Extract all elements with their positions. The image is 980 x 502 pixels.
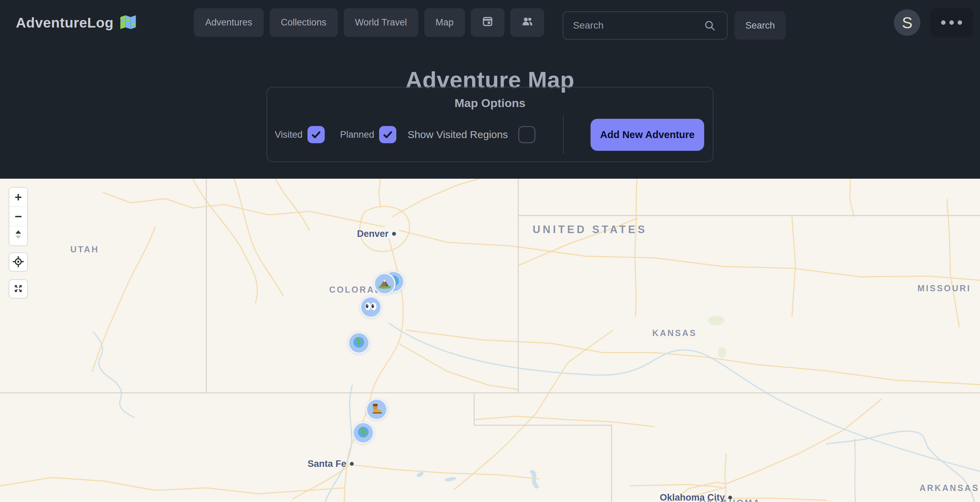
ellipsis-icon	[941, 20, 962, 25]
map-decor-layer	[0, 179, 980, 502]
map-canvas[interactable]: UTAHCOLORADOUNITED STATESKANSASMISSOURIA…	[0, 179, 980, 502]
visited-label: Visited	[275, 129, 303, 140]
city-dot	[392, 232, 396, 236]
map-zoom-controls: + −	[9, 187, 28, 246]
pitch-toggle-button[interactable]	[9, 226, 27, 246]
map-options-title: Map Options	[267, 96, 713, 110]
eyes-emoji-icon	[364, 300, 378, 315]
map-label-missouri: MISSOURI	[917, 283, 971, 293]
calendar-icon	[481, 14, 495, 31]
globe-emoji-icon	[352, 335, 366, 351]
options-divider	[563, 115, 564, 154]
search-submit-button[interactable]: Search	[735, 11, 786, 40]
map-label-united-states: UNITED STATES	[533, 224, 648, 236]
locate-button[interactable]	[9, 253, 28, 272]
pitch-icon	[13, 229, 23, 243]
navbar: AdventureLog Adventures Collections Worl…	[0, 0, 980, 46]
globe-emoji-icon	[356, 425, 370, 440]
plus-icon: +	[14, 190, 22, 205]
map-lakes-group	[415, 316, 726, 489]
adventurelog-app: AdventureLog Adventures Collections Worl…	[0, 0, 980, 502]
globe-marker[interactable]	[348, 332, 370, 354]
city-dot	[350, 462, 354, 466]
eyes-marker[interactable]	[360, 296, 382, 318]
map-options-row: Visited Planned Show Visited Regions Add…	[267, 118, 713, 151]
app-logo[interactable]: AdventureLog	[16, 0, 137, 46]
show-visited-regions-label: Show Visited Regions	[408, 129, 508, 140]
visited-checkbox[interactable]	[307, 126, 325, 143]
planned-checkbox[interactable]	[379, 126, 396, 143]
map-label-oklahoma-city: Oklahoma City	[660, 492, 732, 502]
avatar-initial: S	[902, 13, 913, 32]
zoom-in-button[interactable]: +	[9, 187, 27, 207]
map-emoji-icon	[119, 14, 137, 31]
mountain-marker[interactable]	[374, 273, 396, 295]
boot-emoji-icon	[370, 402, 383, 417]
user-avatar[interactable]: S	[894, 9, 920, 36]
search-input[interactable]	[563, 11, 728, 40]
nav-map-button[interactable]: Map	[424, 8, 465, 37]
map-label-kansas: KANSAS	[652, 328, 697, 338]
map-label-arkansas: ARKANSAS	[920, 483, 979, 493]
mountain-emoji-icon	[378, 276, 391, 291]
globe-marker[interactable]	[352, 422, 374, 444]
map-label-santa-fe: Santa Fe	[307, 459, 354, 469]
app-logo-text: AdventureLog	[16, 15, 114, 31]
fullscreen-button[interactable]	[9, 279, 28, 299]
map-label-utah: UTAH	[70, 245, 99, 254]
nav-button-group: Adventures Collections World Travel Map	[194, 8, 544, 37]
planned-label: Planned	[340, 129, 374, 140]
city-dot	[728, 496, 732, 500]
calendar-button[interactable]	[471, 8, 504, 37]
locate-icon	[13, 256, 24, 268]
add-new-adventure-button[interactable]: Add New Adventure	[590, 119, 704, 151]
boot-marker[interactable]	[366, 398, 388, 420]
map-label-denver: Denver	[357, 229, 396, 239]
map-options-card: Map Options Visited Planned Show Visited…	[267, 87, 713, 162]
nav-world-travel-button[interactable]: World Travel	[344, 8, 418, 37]
map-roads-group	[0, 179, 980, 502]
show-visited-regions-checkbox[interactable]	[518, 126, 535, 143]
users-button[interactable]	[510, 8, 544, 37]
fullscreen-icon	[13, 283, 24, 295]
nav-collections-button[interactable]: Collections	[270, 8, 338, 37]
more-menu-button[interactable]	[930, 8, 973, 37]
zoom-out-button[interactable]: −	[9, 207, 27, 226]
nav-adventures-button[interactable]: Adventures	[194, 8, 264, 37]
users-icon	[520, 14, 534, 31]
minus-icon: −	[14, 209, 22, 224]
